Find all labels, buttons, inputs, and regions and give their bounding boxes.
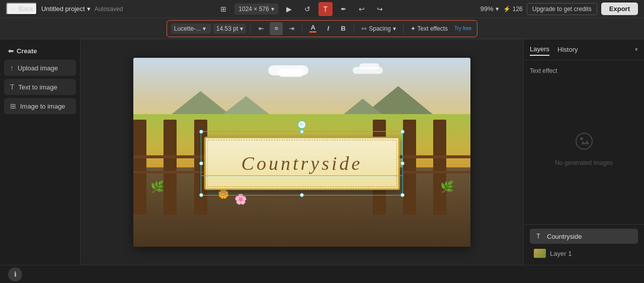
fence-post-2	[164, 120, 177, 215]
redo-icon[interactable]: ↪	[373, 2, 387, 16]
canvas-size-button[interactable]: 1024 × 576 ▾	[234, 4, 278, 15]
text-tool-icon[interactable]: T	[318, 2, 333, 16]
fence-post-5	[403, 120, 416, 215]
spacing-label: Spacing	[369, 25, 390, 32]
lightning-icon: ⚡	[503, 6, 511, 13]
bold-button[interactable]: B	[337, 22, 350, 35]
top-bar-left: ← Back Untitled project ▾ Autosaved	[6, 3, 123, 15]
zoom-dropdown-icon: ▾	[496, 5, 499, 13]
font-family-dropdown-icon: ▾	[203, 25, 206, 32]
layer-countryside-label: Countryside	[547, 233, 582, 240]
svg-point-1	[580, 137, 583, 140]
text-layer-icon: T	[534, 232, 543, 241]
canvas-size-dropdown-icon: ▾	[271, 6, 274, 13]
upgrade-label: Upgrade to get credits	[532, 6, 592, 13]
separator-1	[250, 24, 251, 34]
text-to-image-label: Text to image	[19, 83, 57, 91]
canvas[interactable]: 🌿 🌼 🌸 🌿 Countryside	[133, 58, 470, 247]
create-header: ⬅ Create	[4, 45, 76, 57]
left-sidebar: ⬅ Create ↑ Upload image T Text to image …	[0, 39, 80, 265]
text-effects-icon: ✦	[411, 25, 416, 32]
layer-thumbnail	[534, 249, 546, 258]
fence-post-6	[433, 120, 446, 215]
spacing-icon: ⇿	[361, 25, 367, 32]
info-icon: ℹ	[14, 270, 17, 278]
text-color-button[interactable]: A	[306, 22, 319, 35]
top-bar-center: ⊞ 1024 × 576 ▾ ▶ ↺ T ✒ ↩ ↪	[127, 2, 476, 16]
pen-icon[interactable]: ✒	[337, 2, 351, 16]
top-bar-right: 99% ▾ ⚡ 126 Upgrade to get credits Expor…	[480, 3, 638, 15]
sign[interactable]: Countryside	[204, 137, 400, 190]
no-images-area: No generated images	[530, 79, 638, 218]
align-left-icon: ⇤	[259, 25, 264, 32]
align-right-icon: ⇥	[289, 25, 294, 32]
align-left-button[interactable]: ⇤	[255, 22, 268, 35]
font-family-value: Lucette-...	[174, 25, 201, 32]
right-content: Text effect No generated images	[524, 60, 644, 224]
font-size-dropdown-icon: ▾	[240, 25, 243, 32]
export-button[interactable]: Export	[601, 3, 638, 15]
fence-post-1	[133, 120, 146, 215]
text-to-image-button[interactable]: T Text to image	[4, 79, 76, 95]
separator-3	[354, 24, 354, 34]
bold-icon: B	[341, 25, 346, 32]
spacing-button[interactable]: ⇿ Spacing ▾	[358, 23, 398, 34]
format-toolbar: Lucette-... ▾ 14.53 pt ▾ ⇤ ≡ ⇥ A I B ⇿	[167, 20, 477, 37]
cloud-4	[359, 63, 379, 69]
format-toolbar-wrapper: Lucette-... ▾ 14.53 pt ▾ ⇤ ≡ ⇥ A I B ⇿	[0, 18, 644, 39]
text-color-letter: A	[311, 24, 315, 31]
bottom-bar: ℹ	[0, 265, 644, 283]
svg-point-0	[576, 133, 592, 149]
back-button[interactable]: ← Back	[6, 3, 37, 15]
project-name-button[interactable]: Untitled project ▾	[41, 5, 91, 13]
text-effects-label: Text effects	[418, 25, 448, 32]
layers-section: T Countryside Layer 1	[524, 224, 644, 265]
layer-1[interactable]: Layer 1	[530, 246, 638, 261]
font-size-selector[interactable]: 14.53 pt ▾	[213, 24, 246, 34]
play-icon[interactable]: ▶	[282, 2, 296, 16]
create-arrow-icon: ⬅	[8, 47, 14, 55]
color-indicator	[309, 31, 316, 33]
zoom-button[interactable]: 99% ▾	[480, 5, 499, 13]
tab-history[interactable]: History	[557, 44, 578, 55]
text-effects-button[interactable]: ✦ Text effects	[408, 24, 451, 34]
undo-icon[interactable]: ↩	[355, 2, 369, 16]
align-right-button[interactable]: ⇥	[285, 22, 298, 35]
main-content: ⬅ Create ↑ Upload image T Text to image …	[0, 39, 644, 265]
text-to-image-icon: T	[10, 83, 15, 91]
right-tabs: Layers History ▾	[524, 39, 644, 60]
layer-1-label: Layer 1	[550, 250, 572, 257]
canvas-area[interactable]: 🌿 🌼 🌸 🌿 Countryside	[80, 39, 523, 265]
try-free-badge[interactable]: Try free	[453, 25, 473, 32]
plant-1: 🌿	[150, 180, 164, 194]
back-label: Back	[19, 5, 33, 13]
info-button[interactable]: ℹ	[8, 267, 22, 281]
canvas-size-text: 1024 × 576	[238, 6, 269, 13]
align-center-button[interactable]: ≡	[270, 22, 283, 35]
italic-button[interactable]: I	[321, 22, 335, 35]
back-arrow-icon: ←	[10, 5, 17, 13]
plant-3: 🌸	[234, 193, 247, 205]
tab-layers[interactable]: Layers	[530, 43, 549, 56]
right-sidebar: Layers History ▾ Text effect No generate…	[523, 39, 644, 265]
top-toolbar: ← Back Untitled project ▾ Autosaved ⊞ 10…	[0, 0, 644, 18]
separator-2	[302, 24, 302, 34]
align-center-icon: ≡	[274, 25, 278, 32]
zoom-value: 99%	[480, 5, 494, 13]
refresh-icon[interactable]: ↺	[300, 2, 314, 16]
upload-icon: ↑	[10, 64, 14, 72]
resize-icon[interactable]: ⊞	[216, 2, 230, 16]
image-to-image-button[interactable]: ⊞ Image to image	[4, 98, 76, 114]
upgrade-button[interactable]: Upgrade to get credits	[527, 3, 597, 15]
create-label: Create	[17, 47, 37, 55]
sign-text: Countryside	[242, 152, 363, 174]
credits-button[interactable]: ⚡ 126	[503, 6, 523, 13]
credits-count: 126	[513, 6, 523, 13]
text-effect-label: Text effect	[530, 66, 638, 75]
separator-4	[403, 24, 404, 34]
plant-4: 🌿	[440, 180, 454, 194]
font-family-selector[interactable]: Lucette-... ▾	[171, 24, 211, 34]
upload-image-button[interactable]: ↑ Upload image	[4, 60, 76, 76]
project-name-text: Untitled project	[41, 5, 85, 13]
layer-countryside[interactable]: T Countryside	[530, 229, 638, 244]
